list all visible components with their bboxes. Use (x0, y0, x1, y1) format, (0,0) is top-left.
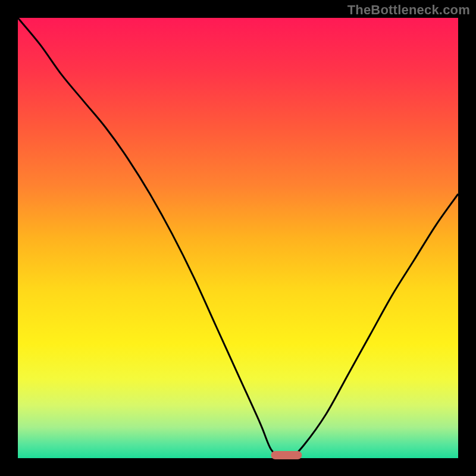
chart-stage: TheBottleneck.com (0, 0, 476, 476)
optimum-marker (271, 451, 302, 459)
bottleneck-chart (0, 0, 476, 476)
gradient-plot-area (18, 18, 458, 458)
watermark-text: TheBottleneck.com (347, 2, 470, 18)
